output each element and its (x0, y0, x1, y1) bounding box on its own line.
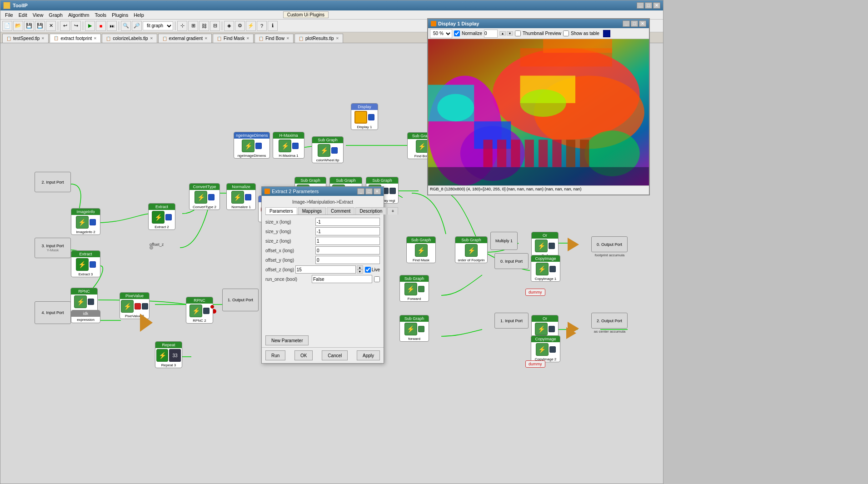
tab-plot-close[interactable]: ✕ (336, 36, 339, 40)
menu-graph[interactable]: Graph (46, 12, 65, 18)
spin-down[interactable]: ▼ (507, 31, 513, 35)
ok-button[interactable]: OK (294, 350, 313, 360)
minimize-btn[interactable]: _ (637, 2, 644, 9)
node-order-footprint[interactable]: Sub Graph ⚡ order of Footprin (455, 236, 488, 263)
tab-colorize-close[interactable]: ✕ (150, 36, 153, 40)
tab-findmask[interactable]: 📋 Find Mask ✕ (213, 34, 254, 43)
node-forward1[interactable]: Sub Graph ⚡ Forward (399, 275, 429, 302)
thumbnail-checkbox[interactable] (515, 30, 521, 36)
node-input-port-4[interactable]: 4. Input Port (35, 301, 71, 324)
offsetz-spin-down[interactable]: ▼ (357, 269, 363, 274)
redo-btn[interactable]: ↪ (71, 21, 81, 31)
param-sizey-input[interactable] (315, 227, 380, 235)
layout-btn[interactable]: ◈ (224, 21, 234, 31)
help-btn2[interactable]: ? (257, 21, 267, 31)
menu-file[interactable]: File (2, 12, 16, 18)
menu-plugins[interactable]: Plugins (109, 12, 131, 18)
node-extract[interactable]: Extract ⚡ Extract 2 (148, 203, 175, 230)
tab-external-close[interactable]: ✕ (205, 36, 208, 40)
node-copyimage1[interactable]: CopyImage ⚡ CopyImage 1 (531, 255, 560, 282)
normalize-input[interactable] (484, 30, 498, 38)
param-offsety-input[interactable] (315, 256, 380, 264)
menu-help[interactable]: Help (131, 12, 147, 18)
param-offsetz-input[interactable] (295, 265, 356, 274)
node-rpnc2[interactable]: RPNC ⚡ RPNC 2 (186, 297, 213, 324)
display-minimize[interactable]: _ (623, 20, 630, 27)
node-hmax[interactable]: H-Maxima ⚡ H-Maxima 1 (273, 132, 304, 159)
node-imageinfo[interactable]: ImageInfo ⚡ ImageInfo 2 (71, 208, 100, 235)
save-btn[interactable]: 💾 (24, 21, 34, 31)
node-extract3[interactable]: Extract ⚡ Extract 3 (71, 250, 100, 277)
tab-bow-close[interactable]: ✕ (286, 36, 289, 40)
node-forward2[interactable]: Sub Graph ⚡ forward (399, 315, 429, 342)
connect-btn[interactable]: ⛓ (199, 21, 209, 31)
param-sizez-input[interactable] (315, 237, 380, 245)
spin-up[interactable]: ▲ (499, 31, 506, 35)
maximize-btn[interactable]: □ (645, 2, 652, 9)
fit-graph-dropdown[interactable]: fit graph (143, 21, 173, 30)
node-output-port-0[interactable]: 0. Output Port (591, 236, 628, 252)
stop-btn[interactable]: ■ (96, 21, 106, 31)
dialog-minimize[interactable]: _ (357, 188, 364, 195)
plugin-btn[interactable]: ⚡ (246, 21, 256, 31)
runonce-checkbox[interactable] (374, 276, 380, 282)
tab-testspeed-close[interactable]: ✕ (41, 36, 45, 40)
node-findmask[interactable]: Sub Graph ⚡ Find Mask (406, 236, 436, 263)
info-btn[interactable]: ℹ (268, 21, 278, 31)
node-repeat[interactable]: Repeat ⚡ 33 Repeat 3 (155, 341, 182, 368)
close-btn[interactable]: ✕ (653, 2, 660, 9)
close-btn2[interactable]: ✕ (46, 21, 56, 31)
tab-mask-close[interactable]: ✕ (246, 36, 249, 40)
node-normalize[interactable]: Normalize ⚡ Normalize 1 (226, 183, 256, 210)
settings-btn[interactable]: ⚙ (235, 21, 245, 31)
dialog-close[interactable]: ✕ (374, 188, 381, 195)
zoom-in-btn[interactable]: 🔍 (121, 21, 131, 31)
color-swatch[interactable] (603, 30, 610, 37)
display-maximize[interactable]: □ (631, 20, 638, 27)
open-btn[interactable]: 📂 (13, 21, 23, 31)
normalize-checkbox[interactable] (454, 30, 460, 36)
node-input-port-1[interactable]: 1. Input Port (494, 313, 529, 329)
node-copyimage2[interactable]: CopyImage ⚡ CopyImage 2 (531, 335, 560, 362)
node-display1[interactable]: Display Display 1 (351, 103, 378, 130)
node-input-port-3[interactable]: 3. Input Port Y-Mask (35, 238, 71, 258)
node-colorwheel[interactable]: Sub Graph ⚡ colorWheel.tlp (312, 136, 344, 163)
param-runonce-input[interactable] (312, 275, 372, 283)
new-param-button[interactable]: New Parameter (265, 335, 309, 345)
tab-colorize[interactable]: 📋 colorizeLabels.tlp ✕ (102, 34, 157, 43)
param-sizex-input[interactable] (315, 218, 380, 226)
node-1-output-port[interactable]: 1. Output Port (222, 289, 259, 311)
node-ngeimage[interactable]: ngeImageDimens ⚡ ngeImageDimens (234, 132, 270, 159)
tab-plotresults[interactable]: 📋 plotResults.tlp ✕ (294, 34, 343, 43)
offsetz-spin-up[interactable]: ▲ (357, 265, 363, 269)
node-converttype[interactable]: ConvertType ⚡ ConvertType 2 (189, 183, 220, 210)
align-btn[interactable]: ⊟ (210, 21, 220, 31)
menu-view[interactable]: View (30, 12, 46, 18)
tab-description[interactable]: Description (355, 207, 386, 215)
node-idk[interactable]: idk expression (71, 310, 100, 323)
tab-external[interactable]: 📋 external gradient ✕ (158, 34, 212, 43)
run-btn[interactable]: ▶ (85, 21, 95, 31)
tab-extract-footprint[interactable]: 📋 extract footprint ✕ (50, 34, 101, 43)
tab-comment[interactable]: Comment (327, 207, 354, 215)
display-close[interactable]: ✕ (639, 20, 646, 27)
new-btn[interactable]: 📄 (2, 21, 12, 31)
tab-findbow[interactable]: 📋 Find Bow ✕ (254, 34, 294, 43)
cancel-button[interactable]: Cancel (322, 350, 348, 360)
node-input-port-2[interactable]: 2. Input Port (35, 172, 71, 192)
dialog-maximize[interactable]: □ (365, 188, 373, 195)
tab-extract-close[interactable]: ✕ (94, 36, 97, 40)
undo-btn[interactable]: ↩ (60, 21, 70, 31)
tab-plus[interactable]: + (387, 207, 398, 215)
live-checkbox[interactable] (365, 267, 371, 273)
node-multiply1[interactable]: Multiply 1 (490, 232, 518, 250)
param-offsetx-input[interactable] (315, 246, 380, 254)
node-output-port-2[interactable]: 2. Output Port (591, 313, 628, 329)
tab-testspeed[interactable]: 📋 testSpeed.tlp ✕ (2, 34, 49, 43)
tab-mappings[interactable]: Mappings (298, 207, 326, 215)
tab-parameters[interactable]: Parameters (265, 207, 297, 215)
menu-tools[interactable]: Tools (92, 12, 109, 18)
node-input-port-0[interactable]: 0. Input Port (494, 253, 529, 269)
grid-btn[interactable]: ⊞ (188, 21, 198, 31)
zoom-dropdown[interactable]: 50 % (430, 29, 452, 38)
